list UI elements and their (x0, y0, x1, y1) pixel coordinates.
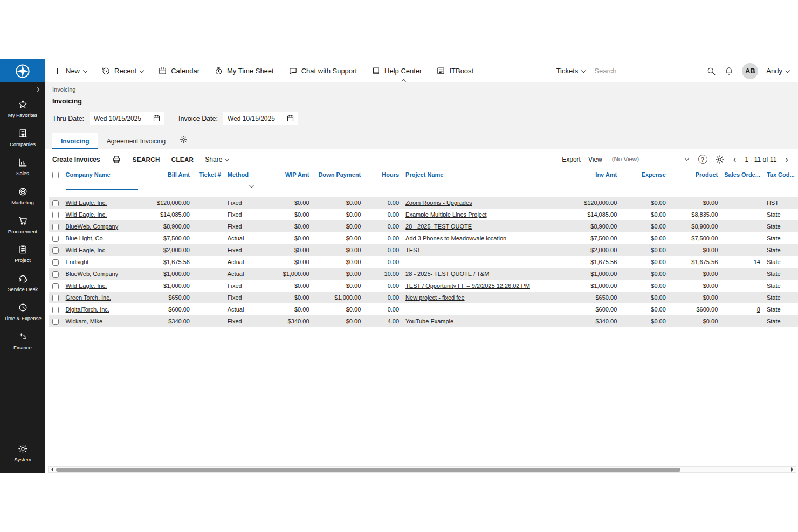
topnav-item-calendar[interactable]: Calendar (158, 66, 200, 75)
row-checkbox[interactable] (52, 224, 59, 230)
prev-page-icon[interactable]: ‹ (732, 155, 738, 164)
project-link[interactable]: New project - fixed fee (405, 294, 464, 301)
table-row[interactable]: Endsight$1,675.56Actual$0.00$0.000.00$1,… (49, 256, 798, 268)
table-row[interactable]: BlueWeb, Company$8,900.00Fixed$0.00$0.00… (49, 220, 798, 232)
sidebar-item-marketing[interactable]: Marketing (0, 182, 45, 211)
sales_order-link[interactable]: 8 (757, 306, 760, 313)
filter-project-input[interactable] (405, 181, 559, 190)
column-header-ticket[interactable]: Ticket # (193, 169, 224, 180)
sales_order-link[interactable]: 14 (754, 259, 760, 265)
filter-company-input[interactable] (66, 181, 138, 190)
company-link[interactable]: Blue Light, Co. (66, 235, 105, 241)
next-page-icon[interactable]: › (784, 155, 789, 164)
table-row[interactable]: Green Torch, Inc.$650.00Fixed$0.00$1,000… (49, 292, 798, 303)
row-checkbox[interactable] (52, 212, 59, 218)
app-logo[interactable] (0, 59, 45, 82)
table-row[interactable]: Blue Light, Co.$7,500.00Actual$0.00$0.00… (49, 232, 798, 244)
filter-bill_amt-input[interactable] (146, 181, 189, 190)
project-link[interactable]: Example Multiple Lines Project (405, 211, 486, 218)
filter-wip_amt-input[interactable] (263, 181, 308, 190)
table-row[interactable]: Wild Eagle, Inc.$120,000.00Fixed$0.00$0.… (49, 197, 798, 209)
topnav-item-chat-with-support[interactable]: Chat with Support (288, 66, 357, 75)
column-header-hours[interactable]: Hours (364, 169, 402, 180)
project-link[interactable]: Zoom Rooms - Upgrades (405, 199, 472, 206)
row-checkbox[interactable] (52, 319, 59, 325)
export-button[interactable]: Export (562, 156, 581, 163)
scroll-right-arrow-icon[interactable] (791, 467, 795, 472)
filter-tax_code-input[interactable] (767, 181, 794, 190)
table-row[interactable]: BlueWeb, Company$1,000.00Actual$1,000.00… (49, 268, 798, 280)
row-checkbox[interactable] (52, 283, 59, 289)
company-link[interactable]: BlueWeb, Company (66, 223, 119, 230)
project-link[interactable]: TEST (405, 247, 421, 253)
filter-sales_order-input[interactable] (724, 181, 759, 190)
table-row[interactable]: Wickam, Mike$340.00Fixed$340.00$0.004.00… (49, 315, 798, 327)
grid-settings-gear-icon[interactable] (715, 155, 725, 164)
view-dropdown[interactable]: (No View) (610, 154, 691, 164)
row-checkbox[interactable] (52, 236, 59, 242)
row-checkbox[interactable] (52, 247, 59, 254)
thru-date-calendar-icon[interactable] (149, 114, 164, 122)
company-link[interactable]: DigitalTorch, Inc. (66, 306, 109, 313)
table-row[interactable]: DigitalTorch, Inc.$600.00Actual$0.00$0.0… (49, 303, 798, 315)
column-header-project-name[interactable]: Project Name (402, 169, 563, 180)
search-icon[interactable] (706, 66, 716, 76)
sidebar-item-time-expense[interactable]: Time & Expense (0, 298, 45, 327)
print-icon[interactable] (112, 155, 121, 164)
thru-date-input[interactable] (90, 115, 149, 122)
topnav-item-recent[interactable]: Recent (101, 66, 143, 75)
topnav-item-help-center[interactable]: Help Center (372, 66, 422, 75)
column-header-product[interactable]: Product (669, 169, 721, 180)
row-checkbox[interactable] (52, 259, 59, 266)
company-link[interactable]: BlueWeb, Company (66, 271, 119, 277)
sidebar-item-project[interactable]: Project (0, 239, 45, 268)
company-link[interactable]: Green Torch, Inc. (66, 294, 111, 301)
tab-agreement-invoicing[interactable]: Agreement Invoicing (98, 133, 174, 149)
filter-method-input[interactable] (228, 181, 255, 190)
project-link[interactable]: 28 - 2025- TEST QUOTE / T&M (405, 271, 489, 277)
row-checkbox[interactable] (52, 271, 59, 278)
column-header-method[interactable]: Method (224, 169, 259, 180)
breadcrumb[interactable]: Invoicing (52, 86, 75, 93)
invoice-date-calendar-icon[interactable] (283, 114, 298, 122)
column-header-wip-amt[interactable]: WIP Amt (259, 169, 312, 180)
table-row[interactable]: Wild Eagle, Inc.$2,000.00Fixed$0.00$0.00… (49, 244, 798, 256)
sidebar-item-finance[interactable]: Finance (0, 327, 45, 356)
user-menu[interactable]: Andy (766, 67, 789, 75)
sidebar-item-companies[interactable]: Companies (0, 123, 45, 153)
invoice-date-input[interactable] (223, 115, 283, 122)
company-link[interactable]: Wickam, Mike (66, 318, 102, 324)
company-link[interactable]: Endsight (66, 259, 89, 265)
project-link[interactable]: Add 3 Phones to Meadowvale location (405, 235, 506, 241)
avatar[interactable]: AB (742, 63, 758, 79)
company-link[interactable]: Wild Eagle, Inc. (66, 211, 107, 218)
column-header-bill-amt[interactable]: Bill Amt (142, 169, 193, 180)
sidebar-item-service-desk[interactable]: Service Desk (0, 268, 45, 298)
filter-hours-input[interactable] (367, 181, 398, 190)
tickets-menu[interactable]: Tickets (556, 67, 586, 75)
table-row[interactable]: Wild Eagle, Inc.$14,085.00Fixed$0.00$0.0… (49, 209, 798, 220)
column-header-sales-orde[interactable]: Sales Orde... (721, 169, 763, 180)
column-header-inv-amt[interactable]: Inv Amt (563, 169, 621, 180)
column-header-down-payment[interactable]: Down Payment (313, 169, 364, 180)
notifications-bell-icon[interactable] (724, 66, 734, 76)
search-input[interactable] (593, 64, 698, 78)
horizontal-scrollbar[interactable] (48, 466, 796, 473)
company-link[interactable]: Wild Eagle, Inc. (66, 247, 107, 253)
sidebar-item-my-favorites[interactable]: My Favorites (0, 94, 45, 123)
row-checkbox[interactable] (52, 200, 59, 206)
filter-expense-input[interactable] (623, 181, 665, 190)
company-link[interactable]: Wild Eagle, Inc. (66, 199, 107, 206)
filter-ticket-input[interactable] (196, 181, 220, 190)
topnav-item-itboost[interactable]: ITBoost (436, 66, 473, 75)
tab-settings-gear-icon[interactable] (180, 135, 188, 146)
help-icon[interactable]: ? (698, 155, 707, 164)
sidebar-item-sales[interactable]: Sales (0, 153, 45, 182)
filter-inv_amt-input[interactable] (566, 181, 616, 190)
row-checkbox[interactable] (52, 295, 59, 301)
sidebar-item-system[interactable]: System (0, 439, 45, 468)
topnav-item-my-time-sheet[interactable]: My Time Sheet (214, 66, 274, 75)
clear-button[interactable]: CLEAR (171, 156, 194, 163)
project-link[interactable]: YouTube Example (405, 318, 453, 324)
filter-down_payment-input[interactable] (316, 181, 360, 190)
